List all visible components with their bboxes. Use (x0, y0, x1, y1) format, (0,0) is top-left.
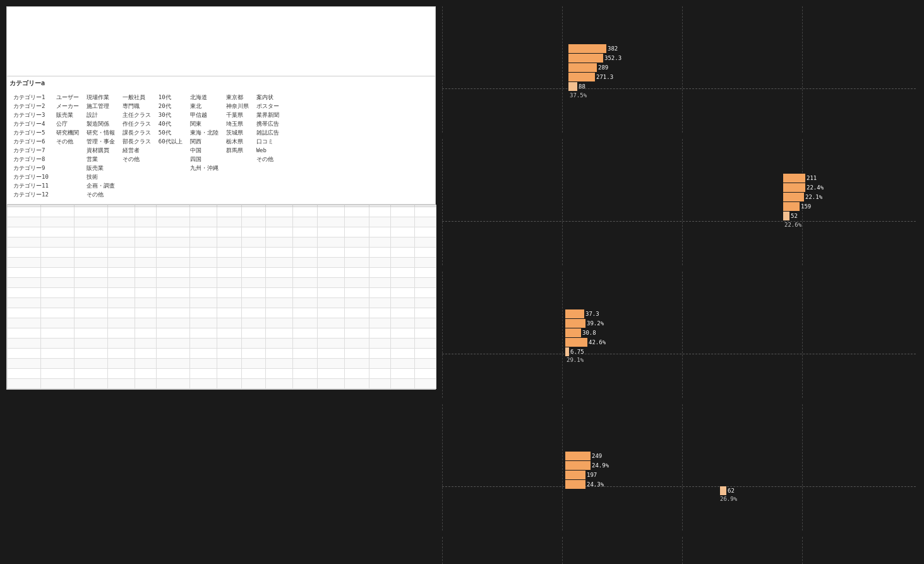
bar-group-4b: 62 26.9% (720, 486, 737, 503)
chart-1: 382 352.3 289 271.3 88 (442, 6, 916, 133)
vgrid-2 (562, 537, 563, 564)
table-row (8, 258, 436, 268)
bar-fill (783, 183, 805, 192)
vgrid-2 (562, 404, 563, 531)
bar-item: 249 (565, 452, 609, 460)
bar-value: 271.3 (596, 74, 613, 80)
chart-5: 27.8 37.9% 30.3 37.4% 7.5 (442, 537, 916, 564)
age2: 20代 (159, 102, 183, 111)
bar-item: 382 (568, 44, 621, 53)
media3: 業界新聞 (256, 111, 279, 119)
bar-fill (565, 309, 584, 318)
bar-item: 62 (720, 486, 737, 495)
bar-value: 37.3 (585, 311, 599, 317)
pos2: 専門職 (123, 102, 151, 111)
vgrid-3 (682, 404, 683, 531)
cat2: カテゴリー2 (13, 102, 49, 111)
bar-percent-container: 22.6% (784, 221, 824, 228)
pos5: 課長クラス (123, 128, 151, 137)
table-row (8, 379, 436, 389)
media8: その他 (256, 155, 279, 164)
bar-fill (565, 338, 587, 347)
pref1: 東京都 (226, 93, 249, 102)
bar-percent: 29.1% (567, 357, 584, 363)
data-table-container (7, 205, 436, 389)
reg8: 四国 (190, 155, 219, 164)
pref2: 神奈川県 (226, 102, 249, 111)
vgrid-4 (802, 537, 803, 564)
job1: 現場作業 (87, 93, 115, 102)
bar-fill (565, 328, 581, 337)
job8: 営業 (87, 155, 115, 164)
bar-item: 26.9% (720, 496, 737, 502)
filter-section: カテゴリーa カテゴリー1 カテゴリー2 カテゴリー3 カテゴリー4 カテゴリー… (7, 76, 435, 205)
vgrid-2 (562, 272, 563, 398)
bar-item: 22.1% (783, 193, 824, 201)
pref7: 群馬県 (226, 146, 249, 155)
bar-value: 211 (807, 175, 817, 181)
reg2: 東北 (190, 102, 219, 111)
bar-fill (565, 347, 569, 356)
vgrid-3 (682, 272, 683, 398)
bar-value: 39.2% (587, 320, 604, 327)
bar-fill (565, 480, 585, 489)
vgrid-4 (802, 404, 803, 531)
bar-item: 37.3 (565, 309, 606, 318)
position-col: 一般社員 専門職 主任クラス 作任クラス 課長クラス 部長クラス 経営者 その他 (123, 93, 151, 164)
right-panel: 382 352.3 289 271.3 88 (442, 6, 916, 564)
bar-fill (568, 54, 603, 63)
media7: Web (256, 146, 279, 155)
filter-cols: カテゴリー1 カテゴリー2 カテゴリー3 カテゴリー4 カテゴリー5 カテゴリー… (9, 90, 433, 201)
bar-item: 42.6% (565, 338, 606, 347)
job10: 技術 (87, 172, 115, 181)
vgrid-4 (802, 272, 803, 398)
bar-fill (565, 319, 585, 328)
bar-item: 29.1% (565, 357, 606, 363)
user4: 公庁 (56, 119, 79, 128)
category-col: カテゴリー1 カテゴリー2 カテゴリー3 カテゴリー4 カテゴリー5 カテゴリー… (13, 93, 49, 199)
table-row (8, 207, 436, 217)
bar-fill (565, 461, 591, 470)
table-row (8, 278, 436, 288)
data-table (7, 205, 436, 389)
table-row (8, 339, 436, 349)
bar-item: 352.3 (568, 54, 621, 63)
bar-item: 271.3 (568, 73, 621, 81)
bar-value: 52 (791, 213, 798, 219)
cat9: カテゴリー9 (13, 164, 49, 172)
chart-2: 211 22.4% 22.1% 159 52 (442, 139, 916, 265)
age3: 30代 (159, 111, 183, 119)
media5: 雑誌広告 (256, 128, 279, 137)
table-row (8, 268, 436, 278)
reg3: 甲信越 (190, 111, 219, 119)
bar-item: 24.9% (565, 461, 609, 470)
media-col: 案内状 ポスター 業界新聞 携帯広告 雑誌広告 口コミ Web その他 (256, 93, 279, 164)
bar-fill (565, 452, 591, 460)
bar-fill (565, 471, 585, 479)
cat10: カテゴリー10 (13, 172, 49, 181)
vgrid-1 (442, 272, 443, 398)
page-container: カテゴリーa カテゴリー1 カテゴリー2 カテゴリー3 カテゴリー4 カテゴリー… (0, 0, 924, 564)
pref5: 茨城県 (226, 128, 249, 137)
cat1: カテゴリー1 (13, 93, 49, 102)
table-row (8, 359, 436, 369)
bar-value: 249 (592, 453, 602, 459)
bar-value: 24.9% (592, 462, 609, 469)
bar-item: 88 (568, 82, 621, 91)
media4: 携帯広告 (256, 119, 279, 128)
user2: メーカー (56, 102, 79, 111)
bar-group-3: 37.3 39.2% 30.8 42.6% 6.75 (565, 309, 606, 364)
user5: 研究機関 (56, 128, 79, 137)
bar-value: 22.1% (805, 194, 822, 200)
reg4: 関東 (190, 119, 219, 128)
table-row (8, 217, 436, 227)
user3: 販売業 (56, 111, 79, 119)
vgrid-1 (442, 537, 443, 564)
bar-value: 197 (587, 472, 597, 478)
table-row (8, 308, 436, 318)
bar-item: 211 (783, 174, 824, 183)
table-row (8, 298, 436, 308)
bar-percent: 37.5% (570, 92, 587, 99)
bar-fill (720, 486, 726, 495)
pos4: 作任クラス (123, 119, 151, 128)
